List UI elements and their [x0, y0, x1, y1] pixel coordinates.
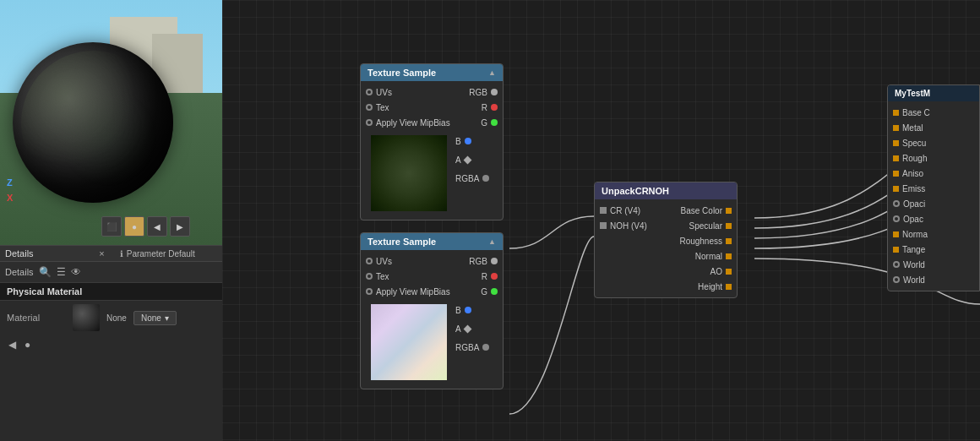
texture1-title: Texture Sample	[368, 68, 436, 78]
rgb2-pin-out	[491, 258, 498, 264]
mat-world2-row: World	[888, 272, 979, 287]
rgb-label: RGB	[469, 88, 487, 97]
mat-specu-row: Specu	[888, 135, 979, 150]
unpack-roughness-row: Roughness	[595, 233, 737, 248]
rgba2-label: RGBA	[455, 343, 479, 352]
mat-opaci-row: Opaci	[888, 196, 979, 211]
mip-label: Apply View MipBias	[376, 118, 450, 128]
metal-label: Metal	[902, 123, 923, 133]
z-axis-label: Z	[7, 177, 13, 188]
texture1-a-row: A	[455, 152, 489, 167]
cr-pin-in	[600, 207, 607, 214]
a-pin-out	[463, 155, 471, 164]
basec-label: Base C	[902, 108, 930, 117]
rough-pin-in	[893, 155, 899, 161]
uvs2-label: UVs	[376, 257, 392, 266]
normal-pin-out	[726, 253, 732, 259]
arrow-right-btn[interactable]: ▶	[170, 216, 190, 237]
search-icon[interactable]: 🔍	[37, 264, 53, 280]
b2-pin-out	[465, 307, 471, 313]
mat-rough-row: Rough	[888, 150, 979, 166]
texture1-b-row: B	[455, 133, 489, 149]
norma-label: Norma	[902, 230, 928, 239]
world2-label: World	[903, 275, 925, 285]
height-pin-out	[726, 284, 732, 290]
details-title: Details	[5, 248, 95, 259]
mat-norma-row: Norma	[888, 226, 979, 242]
back-icon[interactable]: ◀	[7, 337, 18, 352]
emiss-pin-in	[893, 186, 899, 192]
texture-sample-node-2: Texture Sample ▲ UVs RGB Tex	[360, 232, 504, 389]
left-panel: Z X ⬛ ● ◀ ▶ Details × ℹ Parameter Defaul…	[0, 0, 222, 441]
noh-pin-in	[600, 222, 607, 229]
mip2-pin-in	[366, 288, 373, 295]
b2-label: B	[455, 306, 461, 315]
section-title: Physical Material	[0, 283, 222, 301]
rgba2-pin-out	[482, 344, 489, 351]
r2-label: R	[482, 272, 487, 281]
texture2-mip-row: Apply View MipBias G	[361, 284, 503, 299]
tange-label: Tange	[902, 245, 925, 254]
arrow-left-btn[interactable]: ◀	[147, 216, 167, 237]
a-label: A	[455, 155, 461, 165]
bottom-icons-row: ◀ ●	[0, 335, 222, 356]
viewport: Z X ⬛ ● ◀ ▶	[0, 0, 222, 245]
viewport-bg	[0, 0, 222, 245]
material-label: Material	[7, 313, 66, 323]
noh-label: NOH (V4)	[610, 221, 647, 231]
normal-label: Normal	[695, 252, 722, 261]
cube-btn[interactable]: ⬛	[101, 216, 122, 237]
unpack-cr-row: CR (V4) Base Color	[595, 203, 737, 218]
eye-icon[interactable]: 👁	[69, 264, 83, 280]
sphere-btn[interactable]: ●	[124, 216, 144, 237]
a2-pin-out	[463, 324, 471, 333]
details-subheader: Details 🔍 ☰ 👁	[0, 262, 222, 283]
list-icon[interactable]: ☰	[55, 264, 68, 280]
unpack-normal-row: Normal	[595, 248, 737, 264]
material-dropdown[interactable]: None ▾	[133, 311, 177, 325]
material-row: Material None None ▾	[0, 301, 222, 335]
mip-pin-in	[366, 119, 373, 126]
rgb2-label: RGB	[469, 257, 487, 266]
param-label: Parameter Default	[127, 249, 217, 259]
header-icons: 🔍 ☰ 👁	[37, 264, 83, 280]
viewport-toolbar: ⬛ ● ◀ ▶	[101, 216, 190, 237]
unpack-node: UnpackCRNOH CR (V4) Base Color NOH (V4)	[594, 182, 738, 298]
texture2-a-row: A	[455, 321, 489, 336]
material-node: MyTestM Base C Metal Specu	[887, 84, 980, 291]
material-body: Base C Metal Specu Rough	[888, 101, 979, 291]
rough-label: Rough	[902, 154, 927, 163]
roughness-label: Roughness	[679, 237, 722, 246]
details-panel: Details × ℹ Parameter Default Details 🔍 …	[0, 245, 222, 441]
opaci-label: Opaci	[903, 199, 925, 209]
opac-label: Opac	[903, 215, 923, 224]
texture1-uvs-row: UVs RGB	[361, 84, 503, 100]
sphere	[13, 42, 173, 203]
tex-pin-in	[366, 104, 373, 111]
b-pin-out	[465, 138, 471, 144]
world-label: World	[903, 260, 925, 270]
g-label: G	[481, 118, 487, 128]
mat-tange-row: Tange	[888, 242, 979, 257]
mat-metal-row: Metal	[888, 120, 979, 135]
texture2-header: Texture Sample ▲	[361, 233, 503, 250]
mat-opac-row: Opac	[888, 211, 979, 226]
texture1-arrow-icon: ▲	[488, 68, 496, 77]
world-pin-in	[893, 261, 900, 268]
texture1-body: UVs RGB Tex R Ap	[361, 81, 503, 220]
aniso-pin-in	[893, 171, 899, 177]
unpack-body: CR (V4) Base Color NOH (V4) Specular	[595, 199, 737, 297]
basec-pin-in	[893, 110, 899, 116]
none-label: None	[106, 313, 127, 323]
texture2-tex-row: Tex R	[361, 269, 503, 284]
rgb-pin-out	[491, 89, 498, 95]
texture2-thumbnail	[371, 304, 447, 380]
texture1-thumbnail	[371, 135, 447, 211]
base-color-pin-out	[726, 208, 732, 214]
texture2-body: UVs RGB Tex R Ap	[361, 250, 503, 389]
tex2-label: Tex	[376, 272, 389, 281]
texture2-uvs-row: UVs RGB	[361, 253, 503, 269]
close-button[interactable]: ×	[99, 248, 104, 259]
rgba-label: RGBA	[455, 174, 479, 183]
forward-icon[interactable]: ●	[23, 337, 32, 352]
